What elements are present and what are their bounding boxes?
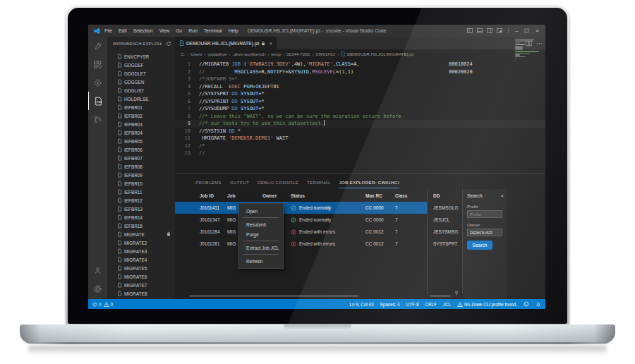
sidebar-item-migrate[interactable]: MIGRATE bbox=[107, 230, 175, 238]
editor-tab-active[interactable]: DEMOUSR.HS.JCL(MIGRATE).jcl × bbox=[175, 37, 277, 49]
warnings-indicator[interactable]: 0 bbox=[104, 302, 114, 307]
column-header-status[interactable]: Status bbox=[291, 189, 305, 202]
prefix-input[interactable] bbox=[467, 210, 502, 218]
status-item-crlf[interactable]: CRLF bbox=[425, 302, 436, 307]
sidebar-item-migrate6[interactable]: MIGRATE6 bbox=[107, 272, 175, 281]
column-header-owner[interactable]: Owner bbox=[262, 189, 277, 202]
menu-selection[interactable]: Selection bbox=[133, 28, 153, 33]
status-item-ln-9-col-43[interactable]: Ln 9, Col 43 bbox=[350, 302, 374, 307]
dd-horizontal-scrollbar[interactable] bbox=[430, 295, 451, 297]
panel-tab-problems[interactable]: PROBLEMS bbox=[195, 180, 222, 188]
sidebar-item-gdglist[interactable]: GDGLIST bbox=[107, 86, 175, 95]
activity-item-account-icon[interactable] bbox=[88, 261, 107, 279]
breadcrumb[interactable]: C:›Users›yupadhye›.devx-workbench›temp›3… bbox=[175, 49, 545, 58]
menu-view[interactable]: View bbox=[159, 28, 170, 33]
close-window-button[interactable]: × bbox=[536, 28, 539, 34]
sidebar-item-iefbr15[interactable]: IEFBR15 bbox=[107, 222, 175, 230]
bell-icon[interactable] bbox=[536, 301, 541, 307]
sidebar-item-iefbr06[interactable]: IEFBR06 bbox=[107, 145, 175, 154]
job-row-j0161284[interactable]: J0161284MIGEnded with errorsCC 00127 bbox=[175, 226, 427, 238]
menu-go[interactable]: Go bbox=[176, 28, 182, 33]
menu-file[interactable]: File bbox=[104, 28, 112, 33]
breadcrumb-item[interactable]: .devx-workbench bbox=[232, 51, 265, 56]
context-menu-item-resubmit[interactable]: Resubmit bbox=[239, 219, 283, 229]
dd-file-jesmsglg[interactable]: JESMSGLG bbox=[428, 202, 462, 214]
menu-help[interactable]: Help bbox=[228, 28, 238, 33]
column-header-job[interactable]: Job bbox=[227, 189, 236, 202]
sidebar-item-iefbr07[interactable]: IEFBR07 bbox=[107, 154, 175, 162]
job-row-j0161281[interactable]: J0161281MIGEnded with errorsCC 00127 bbox=[175, 238, 427, 250]
activity-item-workbench-icon[interactable] bbox=[88, 37, 107, 55]
status-item-utf-8[interactable]: UTF-8 bbox=[406, 302, 419, 307]
breadcrumb-item[interactable]: Users bbox=[190, 51, 202, 56]
status-item-spaces-4[interactable]: Spaces: 4 bbox=[380, 302, 400, 307]
sidebar-item-iefbr01[interactable]: IEFBR01 bbox=[107, 103, 175, 111]
dd-file-jesysmsg[interactable]: JESYSMSG bbox=[428, 226, 462, 238]
menu-terminal[interactable]: Terminal bbox=[204, 28, 222, 33]
breadcrumb-item[interactable]: yupadhye bbox=[207, 51, 226, 56]
activity-item-zowe-icon[interactable] bbox=[88, 73, 107, 92]
sidebar-item-migrate4[interactable]: MIGRATE4 bbox=[107, 255, 175, 264]
sidebar-item-migrate2[interactable]: MIGRATE2 bbox=[107, 238, 175, 247]
customize-layout-icon[interactable] bbox=[497, 28, 502, 33]
sidebar-item-iefbr08[interactable]: IEFBR08 bbox=[107, 162, 175, 171]
minimize-button[interactable]: – bbox=[515, 28, 518, 34]
activity-item-extensions-icon[interactable] bbox=[88, 55, 107, 73]
menu-edit[interactable]: Edit bbox=[119, 28, 127, 33]
panel-tab-job-explorer-cw01hci[interactable]: JOB EXPLORER: CW01HCI bbox=[339, 180, 399, 188]
layout-sidebar-left-icon[interactable] bbox=[467, 28, 473, 33]
sidebar-item-holdrlse[interactable]: HOLDRLSE bbox=[107, 95, 175, 103]
close-search-icon[interactable]: × bbox=[500, 193, 504, 199]
sidebar-item-iefbr05[interactable]: IEFBR05 bbox=[107, 137, 175, 145]
column-header-job-id[interactable]: Job ID bbox=[200, 189, 214, 202]
job-row-j0161347[interactable]: J0161347MIGEnded normallyCC 00007 bbox=[175, 214, 427, 226]
sidebar-item-migrate3[interactable]: MIGRATE3 bbox=[107, 247, 175, 255]
layout-sidebar-right-icon[interactable] bbox=[487, 28, 492, 33]
sidebar-item-migrate8[interactable]: MIGRATE8 bbox=[107, 289, 175, 298]
sidebar-item-iefbr13[interactable]: IEFBR13 bbox=[107, 205, 175, 213]
panel-tab-debug-console[interactable]: DEBUG CONSOLE bbox=[258, 180, 298, 188]
dd-file-systsprt[interactable]: SYSTSPRT bbox=[428, 238, 462, 250]
sidebar-item-iefbr04[interactable]: IEFBR04 bbox=[107, 128, 175, 137]
breadcrumb-item[interactable]: temp bbox=[271, 51, 281, 56]
sidebar-item-gdggen[interactable]: GDGGEN bbox=[107, 78, 175, 86]
context-menu-item-open[interactable]: Open bbox=[239, 206, 283, 216]
sidebar-item-gdgdef[interactable]: GDGDEF bbox=[107, 61, 175, 69]
restore-button[interactable] bbox=[524, 28, 529, 33]
sidebar-item-migrate5[interactable]: MIGRATE5 bbox=[107, 264, 175, 272]
minimap[interactable] bbox=[515, 39, 542, 61]
owner-input[interactable] bbox=[467, 229, 502, 236]
sidebar-item-iefbr09[interactable]: IEFBR09 bbox=[107, 171, 175, 179]
status-item-jcl[interactable]: JCL bbox=[443, 302, 451, 307]
context-menu-item-extract-job-jcl[interactable]: Extract Job JCL bbox=[239, 243, 283, 253]
activity-item-jobs-icon[interactable]: JOBS bbox=[88, 92, 108, 110]
panel-tab-output[interactable]: OUTPUT bbox=[230, 180, 249, 188]
dd-file-jesjcl[interactable]: JESJCL bbox=[428, 214, 462, 226]
layout-panel-icon[interactable] bbox=[477, 28, 483, 33]
sidebar-item-iefbr02[interactable]: IEFBR02 bbox=[107, 111, 175, 120]
breadcrumb-item[interactable]: C: bbox=[181, 51, 185, 56]
column-header-max-rc[interactable]: Max RC bbox=[365, 189, 382, 202]
status-zowe-warning[interactable]: No Zowe CLI profile found. bbox=[457, 302, 517, 307]
job-row-j0161411[interactable]: J0161411MIGEnded normallyCC 00007 bbox=[175, 202, 427, 214]
sidebar-item-gdgdlet[interactable]: GDGDLET bbox=[107, 69, 175, 78]
breadcrumb-item[interactable]: CW01HCI bbox=[315, 51, 335, 56]
sidebar-item-iefbr14[interactable]: IEFBR14 bbox=[107, 213, 175, 222]
panel-tab-terminal[interactable]: TERMINAL bbox=[307, 180, 331, 188]
close-tab-icon[interactable]: × bbox=[269, 40, 272, 47]
sidebar-item-iefbr03[interactable]: IEFBR03 bbox=[107, 120, 175, 128]
feedback-icon[interactable] bbox=[524, 301, 529, 307]
horizontal-scrollbar[interactable] bbox=[189, 295, 358, 297]
breadcrumb-item[interactable]: DEMOUSR.HS.JCL(MIGRATE).jcl bbox=[347, 51, 413, 56]
code-editor[interactable]: 1//MIGRATE0 JOB ('OTWBAS19.3DEV',4W),'MI… bbox=[175, 58, 545, 173]
breadcrumb-item[interactable]: 32344-7202 bbox=[286, 51, 310, 56]
sidebar-item-iefbr10[interactable]: IEFBR10 bbox=[107, 179, 175, 188]
sidebar-item-migrate7[interactable]: MIGRATE7 bbox=[107, 281, 175, 289]
sidebar-item-iefbr12[interactable]: IEFBR12 bbox=[107, 196, 175, 205]
column-header-class[interactable]: Class bbox=[395, 189, 407, 202]
context-menu-item-refresh[interactable]: Refresh bbox=[239, 256, 283, 266]
sidebar-item-envcpysr[interactable]: ENVCPYSR bbox=[107, 52, 175, 61]
activity-item-source-control-icon[interactable] bbox=[88, 110, 107, 128]
context-menu-item-purge[interactable]: Purge bbox=[239, 229, 283, 239]
add-icon[interactable]: + bbox=[159, 41, 162, 47]
